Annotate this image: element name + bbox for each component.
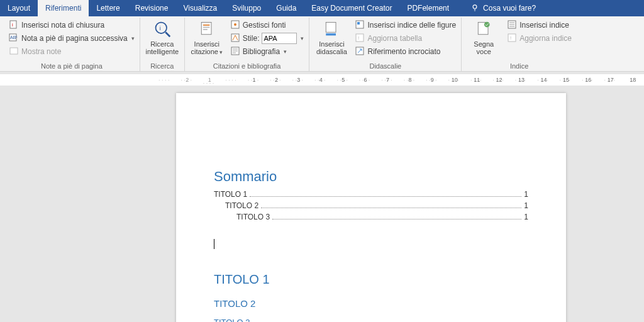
update-index-button[interactable]: ! Aggiorna indice [506, 32, 573, 45]
insert-index-button[interactable]: Inserisci indice [506, 19, 573, 31]
toc-entry[interactable]: TITOLO 11 [214, 190, 528, 199]
svg-rect-20 [326, 23, 336, 33]
citation-style-label: Stile: [243, 34, 260, 43]
group-captions: Inserisci didascalia Inserisci indice de… [309, 18, 462, 71]
insert-table-of-figures-button[interactable]: Inserisci indice delle figure [353, 19, 457, 31]
next-footnote-label: Nota a piè di pagina successiva [21, 34, 128, 43]
toc-entry[interactable]: TITOLO 21 [214, 201, 528, 210]
svg-rect-23 [357, 22, 360, 25]
ruler-mark: 18 [621, 77, 643, 83]
cross-reference-label: Riferimento incrociato [367, 47, 440, 56]
chevron-down-icon: ▾ [301, 35, 304, 42]
tab-pdfelement[interactable]: PDFelement [399, 0, 457, 16]
next-footnote-icon: AB¹ [9, 33, 19, 45]
toc-entry-page: 1 [524, 213, 528, 221]
toc-title: Sommario [214, 169, 528, 185]
mark-entry-button[interactable]: Segna voce [465, 19, 502, 55]
cross-reference-button[interactable]: Riferimento incrociato [353, 45, 457, 58]
svg-rect-5 [10, 48, 18, 54]
document-page[interactable]: Sommario TITOLO 11TITOLO 21TITOLO 31 TIT… [176, 93, 566, 322]
svg-text:!: ! [358, 35, 359, 41]
ribbon: i Inserisci nota di chiusura AB¹ Nota a … [0, 16, 644, 72]
tab-easy-document-creator[interactable]: Easy Document Creator [304, 0, 399, 16]
toc-entry-text: TITOLO 1 [214, 190, 247, 199]
tell-me-label: Cosa vuoi fare? [483, 4, 536, 13]
group-citations: Inserisci citazione▾ Gestisci fonti Stil… [185, 18, 310, 71]
insert-index-label: Inserisci indice [519, 21, 569, 30]
tab-developer[interactable]: Sviluppo [225, 0, 269, 16]
group-footnotes: i Inserisci nota di chiusura AB¹ Nota a … [4, 18, 140, 71]
table-of-contents[interactable]: TITOLO 11TITOLO 21TITOLO 31 [214, 190, 528, 221]
chevron-down-icon: ▾ [131, 35, 135, 42]
insert-caption-button[interactable]: Inserisci didascalia [313, 19, 350, 55]
table-of-figures-icon [355, 19, 365, 31]
tab-references[interactable]: Riferimenti [38, 0, 89, 16]
svg-line-7 [165, 32, 170, 36]
toc-entry-text: TITOLO 2 [225, 201, 258, 210]
group-research: i Ricerca intelligente Ricerca [140, 18, 185, 71]
tab-review[interactable]: Revisione [128, 0, 176, 16]
insert-citation-label: Inserisci citazione [191, 40, 219, 55]
heading-3[interactable]: TITOLO 3 [214, 318, 528, 322]
svg-rect-24 [356, 34, 364, 42]
next-footnote-button[interactable]: AB¹ Nota a piè di pagina successiva ▾ [8, 32, 136, 45]
insert-citation-button[interactable]: Inserisci citazione▾ [189, 19, 225, 56]
heading-2[interactable]: TITOLO 2 [214, 298, 528, 309]
svg-rect-21 [326, 33, 336, 36]
insert-caption-icon [323, 20, 340, 39]
smart-lookup-button[interactable]: i Ricerca intelligente [144, 19, 180, 55]
svg-text:i: i [12, 22, 13, 28]
manage-sources-button[interactable]: Gestisci fonti [229, 19, 306, 31]
svg-text:!: ! [510, 35, 511, 41]
tab-help[interactable]: Guida [269, 0, 304, 16]
tab-letters[interactable]: Lettere [89, 0, 127, 16]
manage-sources-icon [230, 19, 240, 31]
toc-leader-dots [250, 190, 521, 197]
svg-rect-9 [201, 23, 211, 35]
tab-view[interactable]: Visualizza [175, 0, 225, 16]
update-index-icon: ! [507, 33, 517, 45]
update-table-icon: ! [355, 33, 365, 45]
svg-rect-11 [203, 27, 210, 28]
update-index-label: Aggiorna indice [519, 34, 572, 43]
text-cursor [214, 239, 214, 249]
group-research-label: Ricerca [144, 61, 180, 71]
heading-1[interactable]: TITOLO 1 [214, 272, 528, 287]
svg-text:i: i [159, 25, 160, 31]
toc-leader-dots [261, 201, 521, 208]
mark-entry-icon [475, 20, 492, 39]
horizontal-ruler[interactable]: 21123456789101112131415161718 [0, 74, 644, 86]
insert-endnote-button[interactable]: i Inserisci nota di chiusura [8, 19, 136, 31]
group-citations-label: Citazioni e bibliografia [189, 61, 306, 71]
manage-sources-label: Gestisci fonti [243, 21, 286, 30]
toc-entry[interactable]: TITOLO 31 [214, 213, 528, 221]
bibliography-button[interactable]: Bibliografia ▾ [229, 45, 306, 58]
smart-lookup-icon: i [153, 20, 171, 39]
group-index-label: Indice [465, 61, 573, 71]
document-workspace: Sommario TITOLO 11TITOLO 21TITOLO 31 TIT… [0, 86, 644, 322]
insert-endnote-label: Inserisci nota di chiusura [21, 21, 104, 30]
update-table-button[interactable]: ! Aggiorna tabella [353, 32, 457, 45]
tab-layout[interactable]: Layout [0, 0, 38, 16]
chevron-down-icon: ▾ [284, 48, 287, 55]
cross-reference-icon [355, 46, 365, 58]
insert-index-icon [507, 19, 517, 31]
lightbulb-icon [470, 3, 479, 14]
smart-lookup-label: Ricerca intelligente [144, 40, 180, 55]
tab-strip: Layout Riferimenti Lettere Revisione Vis… [0, 0, 644, 16]
svg-rect-33 [508, 34, 516, 42]
tell-me-search[interactable]: Cosa vuoi fare? [463, 0, 543, 16]
group-captions-label: Didascalie [313, 61, 457, 71]
style-icon [230, 33, 240, 45]
citation-style-select[interactable]: Stile: ▾ [229, 32, 306, 45]
citation-style-input[interactable] [262, 33, 297, 44]
endnote-icon: i [9, 19, 19, 31]
group-index: Segna voce Inserisci indice ! Aggiorna i… [462, 18, 577, 71]
mark-entry-label: Segna voce [465, 40, 502, 55]
toc-entry-page: 1 [524, 190, 528, 199]
toc-entry-page: 1 [524, 201, 528, 210]
bibliography-label: Bibliografia [243, 47, 280, 56]
show-notes-button[interactable]: Mostra note [8, 45, 136, 58]
svg-point-6 [155, 23, 167, 34]
svg-rect-1 [10, 21, 16, 28]
